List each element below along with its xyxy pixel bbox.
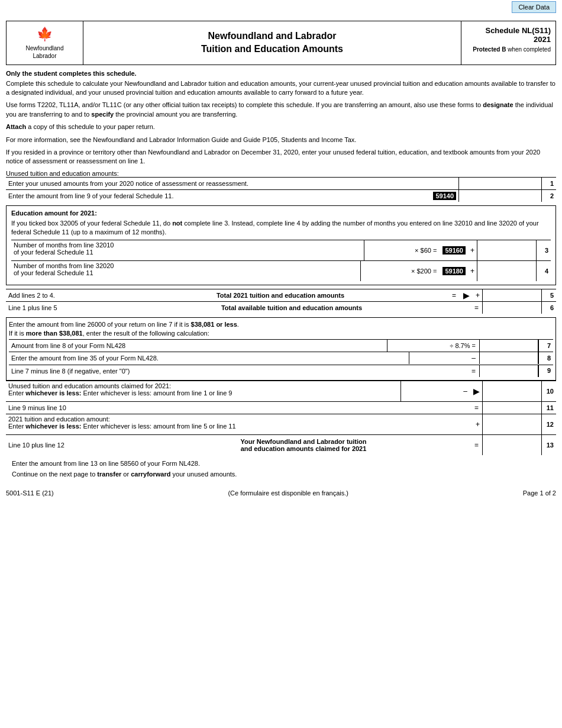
protected-label: Protected B when completed (466, 46, 551, 53)
line10-result[interactable] (482, 381, 541, 401)
line11-result[interactable] (482, 402, 541, 414)
line10-input[interactable] (400, 381, 460, 401)
line10-field[interactable] (401, 381, 460, 401)
line7-input[interactable] (387, 340, 446, 352)
line6-number: 6 (541, 302, 556, 314)
education-box-text: If you ticked box 32005 of your federal … (11, 219, 551, 237)
line8-number: 8 (538, 352, 553, 364)
line4-multiplier: × $200 = (408, 261, 440, 281)
line4-result[interactable] (477, 261, 536, 281)
line4-field[interactable] (361, 261, 408, 281)
line7-result-field[interactable] (480, 340, 538, 350)
line5-op: + (473, 289, 482, 301)
line12-result[interactable] (482, 414, 541, 434)
line3-input[interactable] (364, 240, 411, 260)
line2-value-cell: 59140 (431, 190, 458, 202)
line13-result[interactable] (482, 435, 541, 455)
line3-result[interactable] (477, 240, 536, 260)
main-content: Only the student completes this schedule… (6, 70, 556, 478)
line10-result-field[interactable] (483, 381, 541, 401)
line3-result-field[interactable] (477, 240, 536, 260)
line5-result[interactable] (482, 289, 541, 301)
line11-result-field[interactable] (483, 402, 541, 413)
line9-eq: = (468, 365, 479, 378)
line4-number: 4 (536, 261, 551, 281)
line11-number: 11 (541, 402, 556, 414)
line6-center: Total available tuition and education am… (112, 302, 471, 314)
intro-para2: Use forms T2202, TL11A, and/or TL11C (or… (6, 101, 556, 119)
line12-op: + (473, 414, 482, 434)
line5-row: Add lines 2 to 4. Total 2021 tuition and… (6, 289, 556, 301)
line6-result-field[interactable] (483, 302, 541, 313)
education-box: Education amount for 2021: If you ticked… (6, 205, 556, 285)
line3-value-cell: 59160 (440, 240, 468, 260)
line6-result[interactable] (482, 302, 541, 314)
line5-result-field[interactable] (483, 289, 541, 300)
line12-result-field[interactable] (483, 414, 541, 434)
line7-result[interactable] (479, 340, 538, 352)
line8-result-field[interactable] (480, 352, 538, 363)
line12-number: 12 (541, 414, 556, 434)
line8-input[interactable] (409, 352, 468, 364)
line5-arrow: ▶ (460, 289, 473, 301)
logo-icon: 🍁 (26, 26, 64, 43)
footer-note1: Enter the amount from line 13 on line 58… (12, 460, 550, 467)
line7-number: 7 (538, 340, 553, 352)
line1-field[interactable] (459, 178, 541, 188)
line9-result[interactable] (479, 365, 538, 377)
line9-label: Line 7 minus line 8 (if negative, enter … (9, 365, 468, 378)
line6-eq: = (471, 302, 482, 314)
line4-row: Number of months from line 32020 of your… (11, 260, 551, 281)
line6-row: Line 1 plus line 5 Total available tuiti… (6, 301, 556, 314)
education-box-title: Education amount for 2021: (11, 210, 551, 217)
footer-notes: Enter the amount from line 13 on line 58… (12, 460, 550, 478)
line8-result[interactable] (479, 352, 538, 364)
line7-mid: ÷ 8.7% = (446, 340, 479, 352)
unused-tuition-heading: Unused tuition and education amounts: (6, 170, 556, 177)
line3-field[interactable] (364, 240, 411, 260)
calc-intro1: Enter the amount from line 26000 of your… (9, 320, 553, 329)
line3-multiplier: × $60 = (411, 240, 440, 260)
line11-row: Line 9 minus line 10 = 11 (6, 401, 556, 414)
line10-number: 10 (541, 381, 556, 401)
line8-label: Enter the amount from line 35 of your Fo… (9, 352, 409, 365)
line2-input[interactable] (458, 190, 541, 202)
line4-input[interactable] (360, 261, 408, 281)
line8-field[interactable] (409, 352, 468, 363)
line11-label: Line 9 minus line 10 (6, 402, 471, 414)
line6-left: Line 1 plus line 5 (6, 302, 112, 314)
line13-result-field[interactable] (483, 435, 541, 455)
logo-line1: Newfoundland (26, 45, 64, 51)
footer-note2: Continue on the next page to transfer or… (12, 471, 550, 478)
line4-op: + (468, 261, 477, 281)
intro-para5: If you resided in a province or territor… (6, 148, 556, 166)
line2-filled-value: 59140 (433, 192, 456, 200)
logo-cell: 🍁 Newfoundland Labrador (7, 21, 83, 65)
line3-filled-value: 59160 (443, 246, 466, 255)
line2-label: Enter the amount from line 9 of your fed… (6, 190, 431, 202)
logo: 🍁 Newfoundland Labrador (26, 26, 64, 60)
line2-field[interactable] (459, 190, 541, 201)
line3-op: + (468, 240, 477, 260)
calc-section: Enter the amount from line 26000 of your… (6, 317, 556, 381)
line8-op: – (468, 352, 479, 365)
form-number: 5001-S11 E (21) (6, 489, 54, 497)
line7-field[interactable] (387, 340, 446, 350)
line4-result-field[interactable] (477, 261, 536, 281)
line1-number: 1 (541, 178, 556, 189)
line5-eq: = (448, 289, 460, 301)
schedule-cell: Schedule NL(S11) 2021 Protected B when c… (461, 21, 555, 65)
line1-input[interactable] (458, 178, 541, 189)
footer-center: (Ce formulaire est disponible en françai… (228, 489, 348, 497)
intro-para3: Attach a copy of this schedule to your p… (6, 123, 556, 131)
footer-bar: 5001-S11 E (21) (Ce formulaire est dispo… (6, 489, 556, 497)
title-cell: Newfoundland and Labrador Tuition and Ed… (83, 21, 461, 65)
line1-row: Enter your unused amounts from your 2020… (6, 177, 556, 189)
line9-result-field[interactable] (480, 365, 538, 376)
intro-heading: Only the student completes this schedule… (6, 70, 556, 77)
line4-label: Number of months from line 32020 of your… (11, 261, 360, 281)
schedule-year: 2021 (466, 35, 551, 44)
line5-number: 5 (541, 289, 556, 301)
line9-number: 9 (538, 365, 553, 377)
clear-data-button[interactable]: Clear Data (512, 1, 556, 13)
